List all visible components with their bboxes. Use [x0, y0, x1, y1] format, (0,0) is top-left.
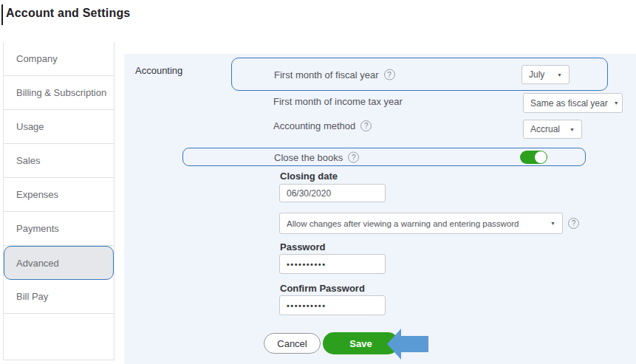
account-settings-screen: Account and Settings Company Billing & S… — [0, 0, 636, 364]
income-tax-year-label: First month of income tax year — [273, 96, 403, 107]
accounting-method-value: Accrual — [530, 124, 560, 134]
sidebar-item-label: Advanced — [16, 258, 59, 269]
change-policy-dropdown[interactable]: Allow changes after viewing a warning an… — [279, 213, 563, 234]
confirm-password-label: Confirm Password — [280, 283, 365, 294]
fiscal-year-label: First month of fiscal year — [274, 69, 379, 80]
confirm-password-input[interactable]: •••••••••• — [279, 295, 386, 315]
close-books-label-row: Close the books ? — [274, 151, 359, 162]
accounting-method-label: Accounting method — [273, 120, 355, 131]
close-books-label: Close the books — [274, 151, 343, 162]
password-masked-value: •••••••••• — [287, 260, 326, 269]
change-policy-value: Allow changes after viewing a warning an… — [287, 219, 519, 228]
chevron-down-icon: ▼ — [570, 127, 575, 132]
chevron-down-icon: ▼ — [557, 72, 562, 78]
closing-date-input[interactable]: 06/30/2020 — [279, 184, 386, 202]
confirm-password-masked-value: •••••••••• — [287, 301, 326, 310]
toggle-knob — [535, 151, 547, 163]
sidebar-item-label: Sales — [16, 155, 41, 166]
sidebar-item-advanced[interactable]: Advanced — [4, 246, 114, 280]
accounting-method-dropdown[interactable]: Accrual ▼ — [523, 120, 582, 139]
help-icon[interactable]: ? — [384, 69, 395, 80]
password-input[interactable]: •••••••••• — [279, 254, 386, 274]
income-tax-year-dropdown[interactable]: Same as fiscal year ▼ — [523, 93, 623, 113]
fiscal-year-dropdown[interactable]: July ▼ — [522, 65, 570, 84]
sidebar-item-billing-subscription[interactable]: Billing & Subscription — [4, 76, 114, 110]
sidebar-item-label: Usage — [16, 121, 44, 132]
sidebar-item-sales[interactable]: Sales — [4, 144, 114, 178]
sidebar-item-expenses[interactable]: Expenses — [4, 178, 114, 212]
sidebar-item-label: Company — [16, 53, 58, 64]
sidebar-filler — [4, 314, 114, 360]
closing-date-label: Closing date — [280, 171, 338, 182]
settings-sidebar: Company Billing & Subscription Usage Sal… — [3, 42, 114, 360]
close-books-highlight-box: Close the books ? — [182, 148, 586, 166]
cancel-button[interactable]: Cancel — [264, 333, 321, 354]
page-title: Account and Settings — [6, 7, 130, 20]
sidebar-item-company[interactable]: Company — [4, 42, 114, 76]
sidebar-item-label: Payments — [16, 223, 59, 234]
help-icon[interactable]: ? — [568, 218, 579, 229]
sidebar-item-label: Bill Pay — [16, 291, 48, 302]
sidebar-item-bill-pay[interactable]: Bill Pay — [4, 280, 114, 314]
fiscal-year-value: July — [529, 69, 544, 80]
accounting-method-label-row: Accounting method ? — [273, 120, 372, 131]
help-icon[interactable]: ? — [348, 151, 359, 162]
chevron-down-icon: ▼ — [614, 100, 619, 106]
chevron-down-icon: ▼ — [550, 221, 555, 226]
sidebar-item-label: Expenses — [16, 189, 58, 200]
password-label: Password — [280, 241, 325, 253]
income-tax-year-label-row: First month of income tax year — [273, 96, 403, 107]
fiscal-year-label-row: First month of fiscal year ? — [274, 69, 395, 80]
fiscal-year-highlight-box: First month of fiscal year ? July ▼ — [231, 58, 608, 91]
sidebar-item-payments[interactable]: Payments — [4, 212, 114, 246]
section-label-accounting: Accounting — [135, 65, 182, 76]
sidebar-item-usage[interactable]: Usage — [4, 110, 114, 144]
pointer-arrow-annotation — [387, 329, 428, 360]
closing-date-value: 06/30/2020 — [287, 188, 331, 199]
help-icon[interactable]: ? — [360, 120, 372, 131]
text-cursor — [1, 4, 3, 25]
income-tax-year-value: Same as fiscal year — [530, 98, 608, 109]
sidebar-item-label: Billing & Subscription — [16, 87, 106, 98]
close-books-toggle[interactable] — [520, 151, 547, 164]
